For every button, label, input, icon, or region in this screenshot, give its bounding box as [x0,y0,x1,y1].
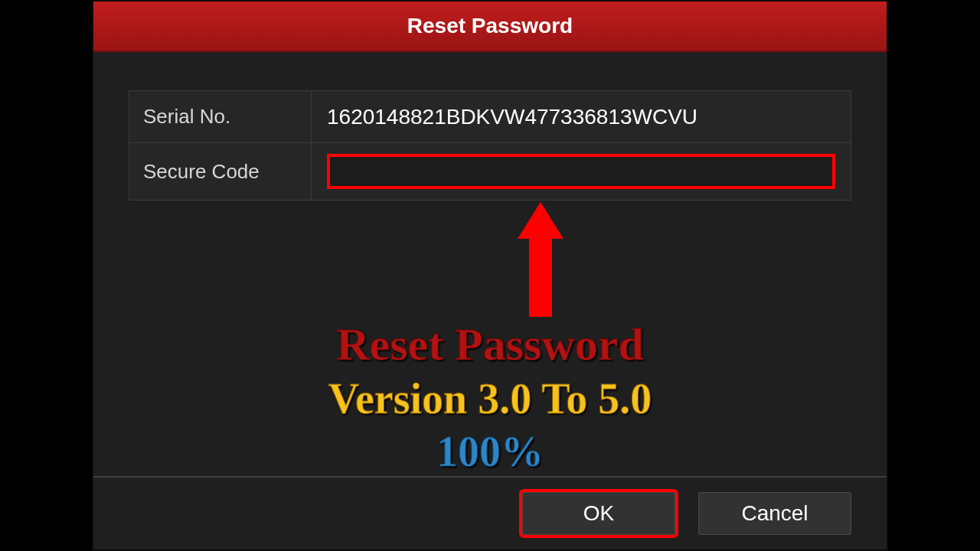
serial-value: 1620148821BDKVW477336813WCVU [312,91,851,142]
cancel-button[interactable]: Cancel [698,492,851,535]
overlay-caption: Reset Password Version 3.0 To 5.0 100% [328,317,652,478]
caption-line-3: 100% [328,425,652,478]
arrow-annotation-icon [518,202,564,317]
cancel-button-label: Cancel [741,501,808,526]
form-table: Serial No. 1620148821BDKVW477336813WCVU … [129,90,851,201]
secure-code-cell [312,143,851,200]
serial-row: Serial No. 1620148821BDKVW477336813WCVU [129,91,851,143]
secure-code-row: Secure Code [129,143,851,200]
letterbox-right [888,0,980,551]
reset-password-dialog: Reset Password Serial No. 1620148821BDKV… [92,0,888,551]
caption-line-2: Version 3.0 To 5.0 [328,373,652,425]
dialog-titlebar: Reset Password [93,2,887,52]
caption-line-1: Reset Password [328,317,652,373]
serial-label: Serial No. [129,91,312,142]
secure-code-input[interactable] [327,154,835,189]
secure-code-label: Secure Code [129,143,312,200]
ok-button[interactable]: OK [522,492,675,535]
dialog-button-bar: OK Cancel [93,476,887,549]
dialog-content: Serial No. 1620148821BDKVW477336813WCVU … [93,52,887,201]
letterbox-left [0,0,92,551]
dialog-title: Reset Password [407,14,573,38]
ok-button-label: OK [583,501,614,526]
